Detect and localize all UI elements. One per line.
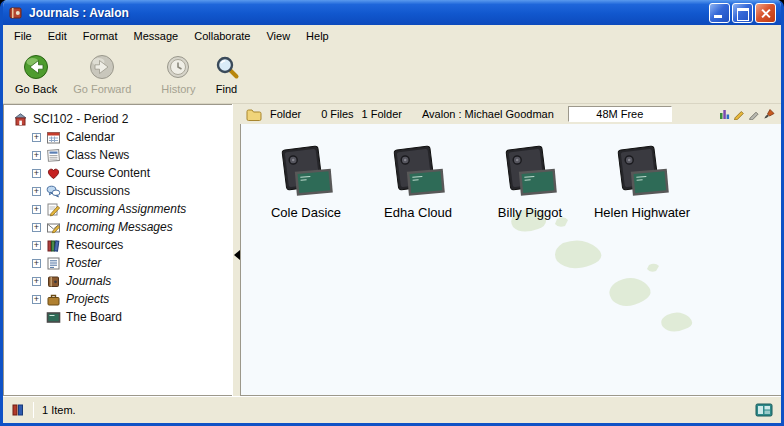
- journal-app-icon: [8, 5, 24, 21]
- tree-root-sci102[interactable]: SCI102 - Period 2: [6, 110, 230, 128]
- toolbar: Go Back Go Forward History Find: [3, 46, 781, 104]
- journals-icon: [46, 274, 61, 289]
- journal-name: Helen Highwater: [594, 205, 690, 220]
- expand-spacer: [32, 313, 41, 322]
- projects-icon: [46, 292, 61, 307]
- calendar-icon: [46, 130, 61, 145]
- folder-view: Folder 0 Files 1 Folder Avalon : Michael…: [240, 104, 781, 396]
- history-label: History: [161, 83, 195, 95]
- chart-icon[interactable]: [719, 108, 730, 120]
- tree-item-journals[interactable]: + Journals: [6, 272, 230, 290]
- go-back-button[interactable]: Go Back: [7, 48, 65, 101]
- journal-item-helen-highwater[interactable]: Helen Highwater: [593, 144, 691, 220]
- journal-book-icon: [274, 144, 338, 202]
- tree-item-class-news[interactable]: + Class News: [6, 146, 230, 164]
- maximize-button[interactable]: [732, 3, 753, 23]
- menu-format[interactable]: Format: [75, 27, 126, 45]
- folder-info-bar: Folder 0 Files 1 Folder Avalon : Michael…: [240, 104, 781, 124]
- window-title: Journals : Avalon: [29, 6, 704, 20]
- item-count-text: 1 Item.: [42, 404, 76, 416]
- app-window: Journals : Avalon File Edit Format Messa…: [0, 0, 784, 426]
- journal-list-area[interactable]: Cole Dasice Edha Cloud Billy Piggot: [240, 124, 781, 396]
- menu-help[interactable]: Help: [298, 27, 337, 45]
- folder-type-label: Folder: [270, 108, 301, 120]
- tree-item-calendar[interactable]: + Calendar: [6, 128, 230, 146]
- forward-icon: [89, 54, 115, 80]
- menu-collaborate[interactable]: Collaborate: [186, 27, 258, 45]
- pencil-icon[interactable]: [733, 108, 745, 120]
- main-area: SCI102 - Period 2 + Calendar + Class New…: [3, 104, 781, 396]
- expand-icon[interactable]: +: [32, 277, 41, 286]
- status-separator: [33, 402, 34, 418]
- menu-edit[interactable]: Edit: [40, 27, 75, 45]
- find-button[interactable]: Find: [204, 48, 250, 101]
- journal-name: Edha Cloud: [384, 205, 452, 220]
- close-button[interactable]: [755, 3, 776, 23]
- find-label: Find: [216, 83, 237, 95]
- menu-file[interactable]: File: [6, 27, 40, 45]
- school-icon: [13, 112, 28, 127]
- journal-book-icon: [610, 144, 674, 202]
- menu-bar: File Edit Format Message Collaborate Vie…: [3, 25, 781, 46]
- status-bar: 1 Item.: [3, 396, 781, 423]
- journal-item-billy-piggot[interactable]: Billy Piggot: [481, 144, 579, 220]
- header-tool-icons: [719, 108, 775, 120]
- folder-icon: [246, 108, 262, 121]
- menu-view[interactable]: View: [258, 27, 298, 45]
- map-watermark: [499, 205, 719, 347]
- go-forward-label: Go Forward: [73, 83, 131, 95]
- tree-item-roster[interactable]: + Roster: [6, 254, 230, 272]
- go-forward-button[interactable]: Go Forward: [65, 48, 139, 101]
- brush-icon[interactable]: [763, 108, 775, 120]
- items-icon: [11, 403, 25, 417]
- journal-item-cole-dasice[interactable]: Cole Dasice: [257, 144, 355, 220]
- title-bar[interactable]: Journals : Avalon: [3, 0, 781, 25]
- tree-item-discussions[interactable]: + Discussions: [6, 182, 230, 200]
- assignments-icon: [46, 202, 61, 217]
- history-icon: [165, 54, 191, 80]
- files-count: 0 Files: [321, 108, 353, 120]
- roster-icon: [46, 256, 61, 271]
- history-button[interactable]: History: [153, 48, 203, 101]
- toolbar-gap: [139, 48, 153, 101]
- journal-item-edha-cloud[interactable]: Edha Cloud: [369, 144, 467, 220]
- expand-icon[interactable]: +: [32, 259, 41, 268]
- layout-icon[interactable]: [755, 403, 773, 417]
- free-space-indicator: 48M Free: [568, 106, 672, 122]
- course-tree-panel: SCI102 - Period 2 + Calendar + Class New…: [3, 104, 232, 396]
- expand-icon[interactable]: +: [32, 223, 41, 232]
- journal-name: Billy Piggot: [498, 205, 562, 220]
- expand-icon[interactable]: +: [32, 133, 41, 142]
- tree-item-projects[interactable]: + Projects: [6, 290, 230, 308]
- tree-item-incoming-assignments[interactable]: + Incoming Assignments: [6, 200, 230, 218]
- pen-icon[interactable]: [748, 108, 760, 120]
- expand-icon[interactable]: +: [32, 295, 41, 304]
- location-label: Avalon : Michael Goodman: [422, 108, 554, 120]
- tree-item-incoming-messages[interactable]: + Incoming Messages: [6, 218, 230, 236]
- resources-icon: [46, 238, 61, 253]
- back-icon: [23, 54, 49, 80]
- tree-item-the-board[interactable]: The Board: [6, 308, 230, 326]
- journal-book-icon: [498, 144, 562, 202]
- tree-root-label: SCI102 - Period 2: [33, 112, 128, 126]
- journal-name: Cole Dasice: [271, 205, 341, 220]
- go-back-label: Go Back: [15, 83, 57, 95]
- minimize-button[interactable]: [709, 3, 730, 23]
- journal-items: Cole Dasice Edha Cloud Billy Piggot: [241, 124, 781, 220]
- heart-icon: [46, 166, 61, 181]
- tree-item-course-content[interactable]: + Course Content: [6, 164, 230, 182]
- expand-icon[interactable]: +: [32, 187, 41, 196]
- journal-book-icon: [386, 144, 450, 202]
- expand-icon[interactable]: +: [32, 205, 41, 214]
- panel-splitter[interactable]: [232, 104, 240, 396]
- messages-icon: [46, 220, 61, 235]
- expand-icon[interactable]: +: [32, 169, 41, 178]
- discussions-icon: [46, 184, 61, 199]
- board-icon: [46, 310, 61, 325]
- expand-icon[interactable]: +: [32, 151, 41, 160]
- menu-message[interactable]: Message: [126, 27, 187, 45]
- news-icon: [46, 148, 61, 163]
- tree-item-resources[interactable]: + Resources: [6, 236, 230, 254]
- folders-count: 1 Folder: [362, 108, 402, 120]
- expand-icon[interactable]: +: [32, 241, 41, 250]
